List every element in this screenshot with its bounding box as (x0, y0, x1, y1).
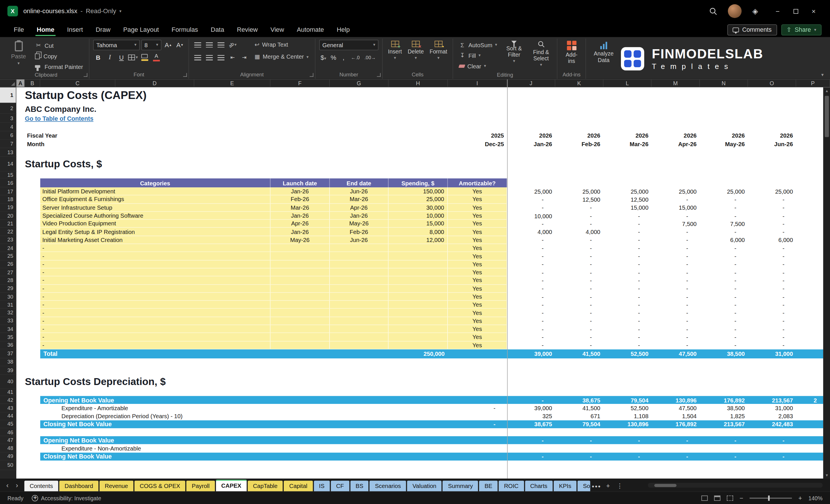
row-header-34[interactable]: 34 (0, 325, 16, 333)
value-cell[interactable]: 15,000 (651, 204, 700, 212)
end-date-cell[interactable]: Mar-26 (330, 195, 388, 203)
menu-formulas[interactable]: Formulas (166, 22, 203, 37)
value-cell[interactable]: - (507, 341, 555, 349)
sheet-tab-dashboard[interactable]: Dashboard (59, 481, 98, 492)
launch-date-cell[interactable] (270, 325, 330, 333)
opening-nbv-label[interactable]: Opening Net Book Value (40, 436, 389, 444)
row-header-15[interactable]: 15 (0, 171, 16, 179)
sort-filter-button[interactable]: Sort & Filter▾ (502, 39, 526, 65)
value-cell[interactable]: - (604, 236, 651, 244)
decrease-font-size-button[interactable]: A▾ (175, 40, 185, 50)
row-header-41[interactable]: 41 (0, 389, 16, 396)
spending-cell[interactable] (388, 333, 448, 341)
spending-cell[interactable]: 30,000 (388, 204, 448, 212)
amortizable-cell[interactable]: Yes (448, 325, 507, 333)
value-cell[interactable]: - (651, 317, 700, 325)
row-header-49[interactable]: 49 (0, 452, 16, 461)
value-cell[interactable]: 4,000 (507, 228, 555, 236)
launch-date-cell[interactable] (270, 244, 330, 252)
menu-view[interactable]: View (265, 22, 289, 37)
launch-date-cell[interactable]: Jan-26 (270, 212, 330, 220)
row-header-46[interactable]: 46 (0, 429, 16, 437)
end-date-cell[interactable]: Apr-26 (330, 204, 388, 212)
value-cell[interactable]: - (507, 204, 555, 212)
row-header-26[interactable]: 26 (0, 260, 16, 268)
sheet-tab-revenue[interactable]: Revenue (99, 481, 134, 492)
spending-cell[interactable]: 10,000 (388, 212, 448, 220)
row-header-39[interactable]: 39 (0, 367, 16, 375)
row-header-6[interactable]: 6 (0, 131, 16, 140)
value-cell[interactable]: - (651, 452, 700, 461)
value-cell[interactable]: 7,500 (700, 220, 748, 228)
amortizable-cell[interactable]: Yes (448, 228, 507, 236)
value-cell[interactable]: 47,500 (651, 349, 700, 358)
end-date-cell[interactable] (330, 309, 388, 317)
dialog-launcher-icon[interactable] (183, 73, 187, 77)
row-header-23[interactable]: 23 (0, 236, 16, 244)
launch-date-cell[interactable]: Apr-26 (270, 220, 330, 228)
value-cell[interactable]: - (555, 341, 603, 349)
number-format-select[interactable]: General▾ (319, 39, 378, 50)
value-cell[interactable]: - (604, 212, 651, 220)
value-cell[interactable]: - (700, 212, 748, 220)
row-header-2[interactable]: 2 (0, 103, 16, 114)
comma-style-button[interactable]: , (339, 54, 348, 61)
end-date-cell[interactable]: Jun-26 (330, 187, 388, 195)
section-heading[interactable]: Startup Costs Depreciation, $ (25, 375, 507, 389)
value-cell[interactable]: 2026 (748, 131, 796, 140)
launch-date-cell[interactable]: Feb-26 (270, 195, 330, 203)
menu-help[interactable]: Help (331, 22, 355, 37)
spending-cell[interactable] (388, 341, 448, 349)
column-header-N[interactable]: N (700, 80, 748, 87)
value-cell[interactable]: - (748, 301, 796, 309)
end-date-cell[interactable] (330, 268, 388, 276)
font-color-button[interactable]: A (151, 52, 161, 62)
value-cell[interactable]: 1,504 (651, 412, 700, 420)
zoom-out-button[interactable]: − (740, 494, 743, 502)
menu-file[interactable]: File (8, 22, 29, 37)
value-cell[interactable]: - (748, 260, 796, 268)
menu-data[interactable]: Data (205, 22, 229, 37)
copilot-icon[interactable]: ◈ (752, 7, 758, 15)
row-header-47[interactable]: 47 (0, 436, 16, 444)
value-cell[interactable]: - (507, 301, 555, 309)
find-select-button[interactable]: Find & Select▾ (529, 39, 553, 69)
value-cell[interactable]: - (748, 309, 796, 317)
row-header-36[interactable]: 36 (0, 341, 16, 349)
sheet-tab-capital[interactable]: Capital (284, 481, 313, 492)
row-header-4[interactable]: 4 (0, 123, 16, 131)
row-header-43[interactable]: 43 (0, 404, 16, 412)
launch-date-cell[interactable] (270, 277, 330, 285)
page-layout-view-icon[interactable] (714, 495, 721, 501)
launch-date-cell[interactable]: Jan-26 (270, 187, 330, 195)
value-cell[interactable]: 4,000 (555, 228, 603, 236)
delete-cells-button[interactable]: ×Delete▾ (406, 39, 425, 62)
category-cell[interactable]: Initial Platform Development (40, 187, 270, 195)
spending-cell[interactable] (388, 317, 448, 325)
value-cell[interactable]: - (604, 341, 651, 349)
end-date-cell[interactable] (330, 277, 388, 285)
spending-cell[interactable] (388, 285, 448, 293)
category-cell[interactable]: - (40, 260, 270, 268)
value-cell[interactable]: 2026 (700, 131, 748, 140)
fill-color-button[interactable] (139, 52, 150, 62)
end-date-cell[interactable] (330, 244, 388, 252)
value-cell[interactable]: - (651, 341, 700, 349)
row-header-17[interactable]: 17 (0, 187, 16, 195)
row-header-25[interactable]: 25 (0, 252, 16, 260)
row-header-20[interactable]: 20 (0, 212, 16, 220)
sheet-options-button[interactable]: ⋮ (614, 481, 625, 492)
value-cell[interactable]: - (507, 252, 555, 260)
depreciation-period-label[interactable]: Depreciation (Depreciation Period (Years… (40, 412, 389, 420)
wrap-text-button[interactable]: ↩Wrap Text (252, 39, 311, 50)
amortizable-cell[interactable]: Yes (448, 268, 507, 276)
value-cell[interactable]: - (700, 277, 748, 285)
spending-cell[interactable] (388, 325, 448, 333)
closing-nbv-label[interactable]: Closing Net Book Value (40, 420, 389, 428)
value-cell[interactable]: - (651, 252, 700, 260)
launch-date-cell[interactable] (270, 252, 330, 260)
spending-cell[interactable]: 25,000 (388, 195, 448, 203)
category-cell[interactable]: - (40, 333, 270, 341)
value-cell[interactable]: 25,000 (748, 187, 796, 195)
column-header-H[interactable]: H (388, 80, 448, 87)
